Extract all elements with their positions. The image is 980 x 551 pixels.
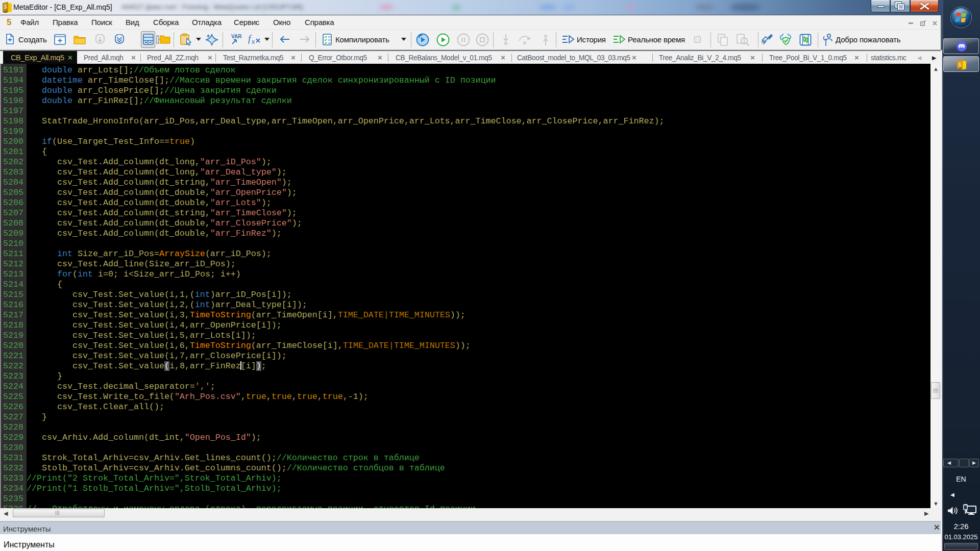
svg-text:x: x [252,38,255,45]
svg-text:5: 5 [4,3,7,10]
svg-text:VAR: VAR [231,34,242,39]
svg-text:5: 5 [959,61,962,67]
